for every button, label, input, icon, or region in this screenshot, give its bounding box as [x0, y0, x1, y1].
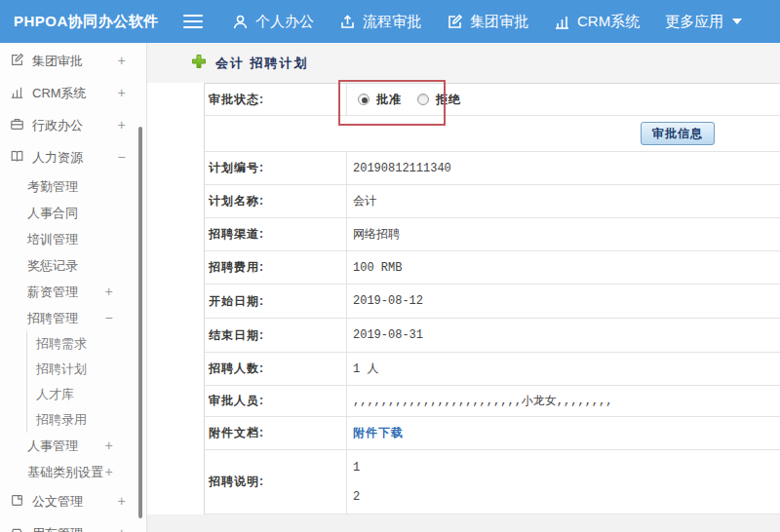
sidebar: 集团审批+ CRM系统+ 行政办公+ 人力资源− 考勤管理 人事合同 培训管理 …	[0, 43, 147, 532]
sidebar-item-base-category[interactable]: 基础类别设置+	[0, 459, 146, 485]
sidebar-item-group-approval[interactable]: 集团审批+	[0, 45, 146, 77]
sidebar-item-recruit-plan[interactable]: 招聘计划	[27, 357, 146, 382]
nav-crm-system[interactable]: CRM系统	[554, 13, 640, 31]
approvers-value: ,,,,,,,,,,,,,,,,,,,,,,,,小龙女,,,,,,,,	[347, 393, 780, 409]
bar-chart-icon	[554, 14, 570, 30]
field-label: 审批状态:	[205, 84, 347, 115]
edit-square-icon	[447, 14, 463, 30]
radio-reject[interactable]	[417, 94, 429, 105]
sidebar-item-recruit-hire[interactable]: 招聘录用	[27, 407, 146, 433]
start-date-value: 2019-08-12	[347, 294, 780, 308]
table-row: 结束日期: 2019-08-31	[205, 319, 780, 353]
sidebar-item-admin-office[interactable]: 行政办公+	[0, 109, 146, 141]
bar-chart-icon	[10, 85, 24, 102]
status-radios: 批准 拒绝	[347, 92, 780, 108]
description-value: 1 2	[347, 453, 780, 512]
flow-icon	[339, 14, 356, 30]
sidebar-item-talent-pool[interactable]: 人才库	[27, 382, 146, 407]
briefcase-icon	[10, 117, 24, 134]
top-nav: 个人办公 流程审批 集团审批 CRM系统 更多应用	[232, 13, 767, 31]
sidebar-item-attendance[interactable]: 考勤管理	[0, 173, 146, 200]
sidebar-item-hr[interactable]: 人力资源−	[0, 141, 146, 173]
sidebar-item-vehicle[interactable]: 用车管理+	[0, 517, 146, 532]
table-row: 审批人员: ,,,,,,,,,,,,,,,,,,,,,,,,小龙女,,,,,,,…	[205, 386, 780, 417]
hamburger-menu-icon[interactable]	[183, 15, 203, 28]
document-icon	[10, 493, 24, 511]
nav-process-approval[interactable]: 流程审批	[339, 13, 421, 31]
sidebar-item-training[interactable]: 培训管理	[0, 226, 146, 252]
content-header: 会计 招聘计划	[147, 43, 780, 83]
recruit-plan-form: 审批状态: 批准 拒绝 审批信息 计划编号: 20190812111340 计划…	[204, 83, 780, 514]
sidebar-item-reward-punish[interactable]: 奖惩记录	[0, 252, 146, 279]
app-title: PHPOA协同办公软件	[0, 13, 183, 31]
table-row: 附件文档: 附件下载	[205, 417, 780, 450]
sidebar-item-crm[interactable]: CRM系统+	[0, 77, 146, 109]
sidebar-item-personnel[interactable]: 人事管理+	[0, 433, 146, 459]
cost-value: 100 RMB	[347, 261, 780, 275]
table-row: 开始日期: 2019-08-12	[205, 285, 780, 319]
main-content: 会计 招聘计划 审批状态: 批准 拒绝 审批信息 计划编号: 201908121…	[147, 43, 780, 532]
table-row: 招聘人数: 1 人	[205, 353, 780, 386]
approval-info-button[interactable]: 审批信息	[641, 122, 715, 145]
sidebar-item-hr-contract[interactable]: 人事合同	[0, 200, 146, 226]
table-row: 招聘费用: 100 RMB	[205, 251, 780, 285]
end-date-value: 2019-08-31	[347, 328, 780, 342]
plan-name-value: 会计	[347, 193, 780, 209]
sidebar-item-recruit-mgmt[interactable]: 招聘管理−	[0, 305, 146, 331]
caret-down-icon	[732, 19, 742, 24]
user-icon	[232, 14, 249, 30]
edit-square-icon	[10, 53, 24, 70]
nav-personal-office[interactable]: 个人办公	[232, 13, 314, 31]
sidebar-item-recruit-demand[interactable]: 招聘需求	[27, 331, 146, 357]
table-row: 招聘渠道: 网络招聘	[205, 218, 780, 251]
table-row: 计划编号: 20190812111340	[205, 152, 780, 185]
nav-group-approval[interactable]: 集团审批	[447, 13, 528, 31]
plan-number-value: 20190812111340	[347, 162, 780, 175]
recruit-submenu: 招聘需求 招聘计划 人才库 招聘录用	[26, 331, 146, 433]
sidebar-scrollbar[interactable]	[138, 127, 142, 518]
channel-value: 网络招聘	[347, 226, 780, 243]
table-row: 计划名称: 会计	[205, 185, 780, 218]
radio-approve[interactable]	[358, 94, 370, 105]
table-row: 招聘说明: 1 2	[205, 450, 780, 514]
topbar: PHPOA协同办公软件 个人办公 流程审批 集团审批 CRM系统 更多应用	[0, 0, 780, 43]
page-title: 会计 招聘计划	[215, 55, 309, 72]
button-row: 审批信息	[205, 116, 780, 152]
attachment-download-link[interactable]: 附件下载	[353, 427, 404, 440]
status-row: 审批状态: 批准 拒绝	[205, 84, 780, 116]
book-icon	[10, 149, 24, 167]
sidebar-item-documents[interactable]: 公文管理+	[0, 485, 146, 517]
green-plus-icon	[191, 54, 207, 73]
headcount-value: 1 人	[347, 361, 780, 377]
sidebar-item-salary[interactable]: 薪资管理+	[0, 279, 146, 305]
nav-more-apps[interactable]: 更多应用	[665, 13, 742, 31]
car-icon	[10, 525, 24, 532]
footer-strip	[147, 514, 780, 532]
